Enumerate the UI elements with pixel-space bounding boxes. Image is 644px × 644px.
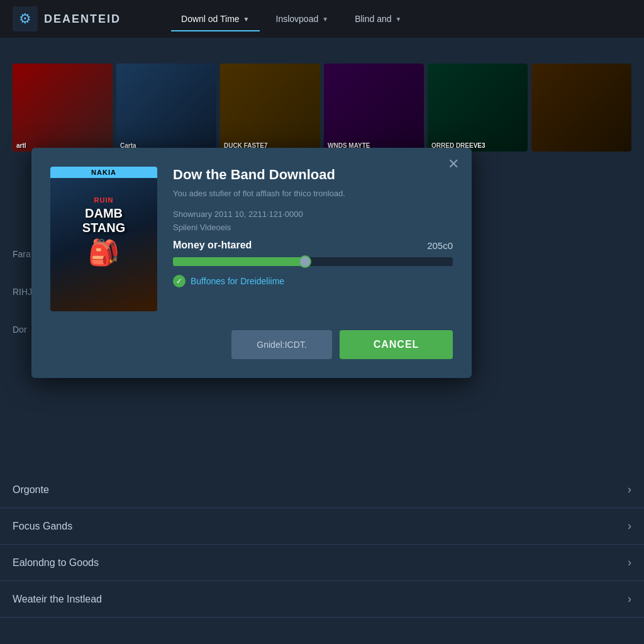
modal-file-row: Money or-htared 205c0: [173, 240, 453, 251]
modal-content: ✕ NAKIA RUIN DAMBSTANG 🎒 Dow the Band Do…: [31, 148, 472, 330]
progress-bar-fill: [173, 257, 308, 266]
list-item-2[interactable]: Ealondng to Goods ›: [0, 545, 644, 581]
list-item-1[interactable]: Focus Gands ›: [0, 508, 644, 545]
tab-inslovpoad[interactable]: Inslovpoad ▼: [266, 9, 339, 29]
secondary-button[interactable]: Gnidel:ICDT.: [231, 330, 332, 359]
logo-icon: ⚙: [13, 6, 38, 31]
chevron-right-icon-3: ›: [628, 592, 631, 606]
chevron-down-icon: ▼: [322, 16, 328, 23]
list-item-label-1: Focus Gands: [13, 521, 72, 532]
tab-download-time[interactable]: Downl od Time ▼: [171, 9, 260, 29]
chevron-down-icon: ▼: [243, 16, 250, 23]
modal-image-tag: NAKIA: [50, 167, 157, 178]
header-tabs: Downl od Time ▼ Inslovpoad ▼ Blind and ▼: [171, 9, 411, 29]
modal-subtitle: You ades stufier of flot afflash for thi…: [173, 188, 453, 199]
status-check-icon: ✓: [173, 275, 186, 287]
modal-game-image: NAKIA RUIN DAMBSTANG 🎒: [50, 167, 157, 311]
list-item-label-2: Ealondng to Goods: [13, 557, 99, 569]
modal-filename: Money or-htared: [173, 240, 252, 251]
modal-type: Spileni Videoeis: [173, 223, 453, 232]
list-item-label-0: Orgonte: [13, 484, 49, 496]
modal-title: Dow the Band Download: [173, 167, 453, 183]
chevron-down-icon: ▼: [396, 16, 402, 23]
modal-body: Dow the Band Download You ades stufier o…: [157, 167, 453, 311]
game-card-5[interactable]: [531, 64, 631, 152]
chevron-right-icon-1: ›: [628, 519, 631, 533]
game-card-1[interactable]: Carta: [116, 64, 216, 152]
chevron-right-icon-0: ›: [628, 483, 631, 496]
modal-image-subtitle: RUIN: [50, 196, 157, 204]
game-label-5: [531, 147, 631, 152]
download-modal: ✕ NAKIA RUIN DAMBSTANG 🎒 Dow the Band Do…: [31, 148, 472, 378]
progress-bar-container: [173, 257, 453, 266]
game-card-0[interactable]: artl: [13, 64, 113, 152]
list-item-0[interactable]: Orgonte ›: [0, 472, 644, 508]
modal-image-title: DAMBSTANG: [50, 204, 157, 238]
cancel-button[interactable]: CANCEL: [340, 330, 453, 359]
game-card-2[interactable]: DUCK FASTE7: [220, 64, 320, 152]
modal-close-button[interactable]: ✕: [448, 157, 459, 171]
tab-blind-and[interactable]: Blind and ▼: [345, 9, 411, 29]
logo-text: DEAENTEID: [44, 13, 121, 26]
list-item-label-3: Weateir the Instlead: [13, 594, 102, 605]
modal-buttons: Gnidel:ICDT. CANCEL: [31, 330, 472, 378]
logo-area: ⚙ DEAENTEID: [13, 6, 121, 31]
modal-status-text: Buffones for Dreideliime: [191, 276, 284, 286]
game-card-3[interactable]: WNDS MAYTE: [324, 64, 424, 152]
game-card-4[interactable]: QRRED DREEVE3: [428, 64, 528, 152]
header: ⚙ DEAENTEID Downl od Time ▼ Inslovpoad ▼…: [0, 0, 644, 38]
modal-date: Showruary 2011 10, 2211·121·0000: [173, 209, 453, 219]
list-item-3[interactable]: Weateir the Instlead ›: [0, 581, 644, 618]
chevron-right-icon-2: ›: [628, 556, 631, 569]
progress-thumb: [299, 255, 311, 268]
modal-status-row: ✓ Buffones for Dreideliime: [173, 275, 453, 287]
modal-filesize: 205c0: [427, 240, 453, 251]
